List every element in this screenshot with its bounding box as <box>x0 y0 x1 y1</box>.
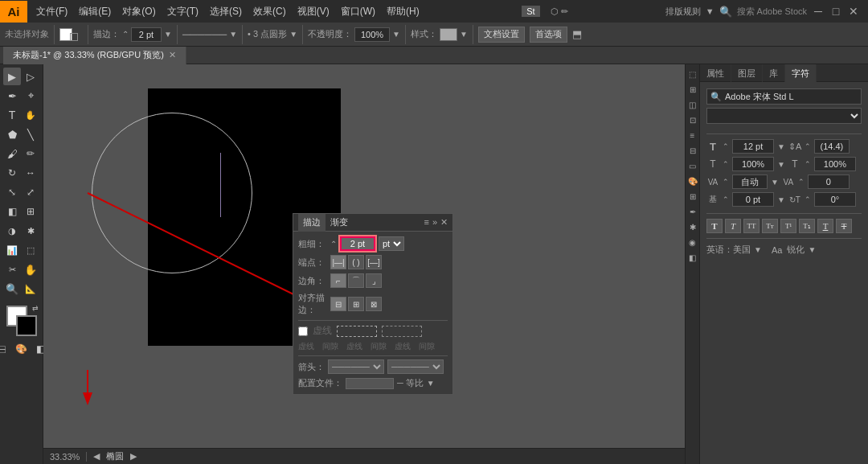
scale-v-input[interactable] <box>814 157 856 171</box>
nav-next-btn[interactable]: ▶ <box>130 451 137 462</box>
kern-input[interactable] <box>732 175 768 189</box>
scale-tool[interactable]: ⤡ <box>3 183 21 201</box>
opacity-input[interactable] <box>354 27 390 42</box>
zoom-tool[interactable]: 🔍 <box>3 280 21 298</box>
stroke-swatch[interactable] <box>70 33 78 41</box>
measure-tool[interactable]: 📐 <box>22 280 39 298</box>
tab-properties[interactable]: 属性 <box>700 64 731 82</box>
touch-tool[interactable]: ✋ <box>22 106 39 124</box>
menu-text[interactable]: 文字(T) <box>162 0 204 23</box>
shape-tool[interactable]: ⬟ <box>3 125 21 143</box>
color-icon-side[interactable]: 🎨 <box>686 175 699 187</box>
transform-icon[interactable]: ⊡ <box>686 113 699 126</box>
dashtype-dropdown[interactable]: ▼ <box>289 30 297 39</box>
scale-h-input[interactable] <box>732 157 774 171</box>
canvas-tab[interactable]: 未标题-1* @ 33.33% (RGB/GPU 预览) ✕ <box>3 47 186 64</box>
dash-checkbox[interactable] <box>298 326 308 336</box>
align-icon[interactable]: ≡ <box>686 129 699 142</box>
miter-join-btn[interactable]: ⌐ <box>330 273 346 288</box>
size-dropdown[interactable]: ▼ <box>777 142 785 151</box>
brushes-icon[interactable]: ✒ <box>686 205 699 218</box>
symbols-icon[interactable]: ✱ <box>686 220 699 233</box>
direct-select-tool[interactable]: ▷ <box>22 68 39 85</box>
linetype-dropdown[interactable]: ▼ <box>229 30 237 39</box>
baseline-input[interactable] <box>732 192 774 207</box>
appearance-icon[interactable]: ◧ <box>686 251 699 264</box>
swatches-icon[interactable]: ⊞ <box>686 190 699 203</box>
stroke-width-input[interactable] <box>131 27 162 42</box>
win-maximize[interactable]: □ <box>829 5 842 18</box>
graphic-styles-icon[interactable]: ◉ <box>686 236 699 248</box>
strike-btn[interactable]: T <box>836 219 852 233</box>
underline-btn[interactable]: T <box>817 219 833 233</box>
symbol-tool[interactable]: ✱ <box>22 222 39 240</box>
layers-icon[interactable]: ⬚ <box>686 68 699 80</box>
tab-close-btn[interactable]: ✕ <box>169 50 176 60</box>
align-inside-btn[interactable]: ⊞ <box>348 297 364 311</box>
none-btn[interactable]: □ <box>0 341 11 357</box>
doc-settings-btn[interactable]: 文档设置 <box>478 27 525 43</box>
leading-input[interactable] <box>814 139 850 154</box>
swap-colors-icon[interactable]: ⇄ <box>32 304 39 312</box>
win-minimize[interactable]: ─ <box>812 5 825 18</box>
weight-input[interactable] <box>340 236 375 251</box>
tracking-input[interactable] <box>808 175 850 189</box>
line-tool[interactable]: ╲ <box>22 125 39 143</box>
menu-file[interactable]: 文件(F) <box>31 0 73 23</box>
nav-prev-btn[interactable]: ◀ <box>93 451 100 462</box>
eraser-tool[interactable]: ✏ <box>22 145 39 162</box>
gradient-tool[interactable]: ◧ <box>3 203 21 220</box>
panel-menu-btn[interactable]: ≡ <box>424 217 428 228</box>
slice-tool[interactable]: ✂ <box>3 261 21 278</box>
rotate-tool[interactable]: ↻ <box>3 164 21 182</box>
arrow-end-select[interactable]: ────── <box>387 359 444 374</box>
sub-btn[interactable]: T₁ <box>799 219 815 233</box>
gradient-tab[interactable]: 渐变 <box>326 214 353 232</box>
panel-close-btn[interactable]: ✕ <box>440 217 448 228</box>
stroke-dropdown-icon[interactable]: ▼ <box>164 30 172 39</box>
properties-icon[interactable]: ⊞ <box>686 83 699 96</box>
kern-drop[interactable]: ▼ <box>771 178 779 187</box>
profile-preview[interactable] <box>346 378 394 389</box>
tab-library[interactable]: 库 <box>763 64 785 82</box>
menu-window[interactable]: 窗口(W) <box>335 0 381 23</box>
align-center-btn[interactable]: ⊟ <box>330 297 346 311</box>
select-tool[interactable]: ▶ <box>3 68 21 85</box>
pathfinder-icon[interactable]: ⊟ <box>686 144 699 157</box>
square-cap-btn[interactable]: [—] <box>366 255 382 269</box>
menu-object[interactable]: 对象(O) <box>117 0 161 23</box>
bevel-join-btn[interactable]: ⌟ <box>366 273 382 288</box>
blend-tool[interactable]: ◑ <box>3 222 21 240</box>
arrange-icon[interactable]: ⬒ <box>572 28 582 40</box>
scale-h-drop[interactable]: ▼ <box>777 160 785 169</box>
menu-view[interactable]: 视图(V) <box>292 0 335 23</box>
hand-tool[interactable]: ✋ <box>22 261 39 278</box>
font-size-input[interactable] <box>732 139 774 154</box>
stroke-tab[interactable]: 描边 <box>298 214 326 232</box>
preferences-btn[interactable]: 首选项 <box>530 27 567 43</box>
menu-effect[interactable]: 效果(C) <box>248 0 292 23</box>
menu-edit[interactable]: 编辑(E) <box>73 0 117 23</box>
all-caps-btn[interactable]: TT <box>743 219 760 233</box>
mesh-tool[interactable]: ⊞ <box>22 203 39 220</box>
graph-tool[interactable]: 📊 <box>3 241 21 259</box>
arrow-start-select[interactable]: ────── <box>328 359 384 374</box>
tab-layers[interactable]: 图层 <box>731 64 763 82</box>
warp-tool[interactable]: ⤢ <box>22 183 39 201</box>
pen-tool[interactable]: ✒ <box>3 87 21 105</box>
win-close[interactable]: ✕ <box>847 5 860 18</box>
lang-drop[interactable]: ▼ <box>754 245 762 254</box>
small-caps-btn[interactable]: Tт <box>762 219 778 233</box>
rotate-input[interactable] <box>814 192 856 207</box>
reflect-tool[interactable]: ↔ <box>22 164 39 182</box>
paint-tool[interactable]: 🖌 <box>3 145 21 162</box>
text-tool[interactable]: T <box>3 106 21 124</box>
aa-drop[interactable]: ▼ <box>808 245 816 254</box>
style-dropdown[interactable]: ▼ <box>460 30 468 39</box>
color-btn[interactable]: 🎨 <box>13 341 31 357</box>
background-color[interactable] <box>16 315 37 336</box>
menu-select[interactable]: 选择(S) <box>204 0 248 23</box>
stroke-icon-side[interactable]: ▭ <box>686 159 699 172</box>
opacity-dropdown[interactable]: ▼ <box>392 30 400 39</box>
search-icon[interactable]: 🔍 <box>719 6 732 18</box>
